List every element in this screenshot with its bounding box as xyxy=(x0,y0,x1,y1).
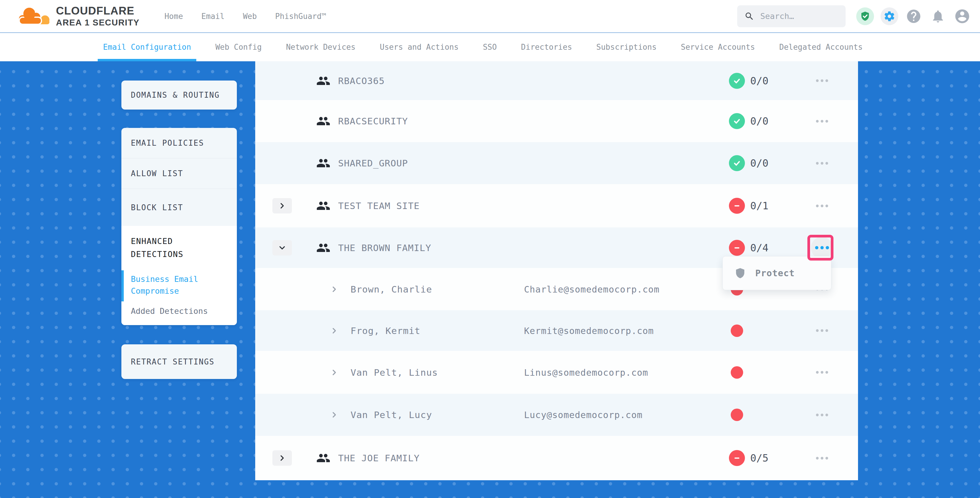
user-email: Kermit@somedemocorp.com xyxy=(524,325,654,336)
tab-delegated-accounts[interactable]: Delegated Accounts xyxy=(774,33,868,61)
group-row[interactable]: RBACSECURITY0/0 xyxy=(255,100,858,142)
status-badge xyxy=(729,155,745,171)
user-row[interactable]: Van Pelt, LucyLucy@somedemocorp.com xyxy=(255,394,858,436)
tab-service-accounts[interactable]: Service Accounts xyxy=(676,33,760,61)
group-icon xyxy=(316,199,331,213)
group-name: TEST TEAM SITE xyxy=(338,200,420,211)
group-name: RBACSECURITY xyxy=(338,116,408,126)
sidebar-item-block-list[interactable]: BLOCK LIST xyxy=(121,189,237,226)
cloudflare-logo-icon xyxy=(16,5,52,28)
row-menu-button[interactable] xyxy=(812,324,832,337)
chevron-right-icon xyxy=(278,453,286,463)
tab-sso[interactable]: SSO xyxy=(477,33,502,61)
group-row[interactable]: THE JOE FAMILY0/5 xyxy=(255,436,858,480)
tab-users-and-actions[interactable]: Users and Actions xyxy=(374,33,464,61)
user-status-dot xyxy=(731,409,743,421)
brand: CLOUDFLARE AREA 1 SECURITY xyxy=(16,5,140,28)
group-row[interactable]: SHARED_GROUP0/0 xyxy=(255,142,858,184)
top-nav: HomeEmailWebPhishGuard™ xyxy=(164,12,326,21)
tab-subscriptions[interactable]: Subscriptions xyxy=(591,33,662,61)
user-chevron-icon xyxy=(330,410,339,419)
nav-link-email[interactable]: Email xyxy=(201,12,224,21)
user-email: Lucy@somedemocorp.com xyxy=(524,410,643,420)
member-count: 0/1 xyxy=(750,200,768,212)
help-icon-button[interactable] xyxy=(905,7,923,25)
user-chevron-icon xyxy=(330,285,339,294)
row-menu-button[interactable] xyxy=(812,199,832,212)
user-row[interactable]: Frog, KermitKermit@somedemocorp.com xyxy=(255,310,858,351)
search-input[interactable] xyxy=(760,11,831,21)
sidebar-section-enhanced-detections: ENHANCED DETECTIONS Business Email Compr… xyxy=(121,226,237,325)
tab-directories[interactable]: Directories xyxy=(516,33,578,61)
brand-subtitle: AREA 1 SECURITY xyxy=(56,18,140,27)
group-name: RBACO365 xyxy=(338,75,385,86)
sub-nav: Email ConfigurationWeb ConfigNetwork Dev… xyxy=(0,33,980,61)
row-menu-button[interactable] xyxy=(812,366,832,379)
chevron-right-icon xyxy=(330,368,339,377)
row-menu-button[interactable] xyxy=(812,408,832,421)
account-icon-button[interactable] xyxy=(953,7,971,25)
help-icon xyxy=(906,8,922,24)
sidebar-item-retract-settings[interactable]: RETRACT SETTINGS xyxy=(121,357,214,366)
dot xyxy=(816,205,819,207)
user-status-dot xyxy=(731,366,743,379)
dot xyxy=(826,414,828,416)
expand-button[interactable] xyxy=(272,450,292,466)
row-menu-button[interactable] xyxy=(812,115,832,127)
user-name: Van Pelt, Linus xyxy=(350,367,438,378)
sidebar-item-enhanced-detections[interactable]: ENHANCED DETECTIONS xyxy=(131,235,220,261)
search-icon xyxy=(745,11,754,21)
search-box xyxy=(737,5,846,27)
group-people-icon xyxy=(316,451,331,465)
settings-gear-icon-button[interactable] xyxy=(881,7,898,25)
tab-email-configuration[interactable]: Email Configuration xyxy=(98,33,196,61)
dot xyxy=(816,162,819,165)
member-count: 0/4 xyxy=(750,242,768,254)
group-name: SHARED_GROUP xyxy=(338,158,408,169)
dot xyxy=(821,457,823,460)
user-email: Charlie@somedemocorp.com xyxy=(524,284,659,294)
user-chevron-icon xyxy=(330,326,339,335)
group-row[interactable]: TEST TEAM SITE0/1 xyxy=(255,184,858,228)
status-badge xyxy=(729,198,745,214)
dot xyxy=(821,162,823,165)
minus-icon xyxy=(732,201,742,211)
group-row[interactable]: RBACO3650/0 xyxy=(255,61,858,100)
tab-web-config[interactable]: Web Config xyxy=(210,33,267,61)
nav-link-web[interactable]: Web xyxy=(243,12,257,21)
row-menu-button[interactable] xyxy=(812,452,832,465)
notifications-bell-icon-button[interactable] xyxy=(929,7,947,25)
group-people-icon xyxy=(316,74,331,88)
dot xyxy=(816,414,819,416)
sidebar-item-domains-routing[interactable]: DOMAINS & ROUTING xyxy=(121,91,220,99)
dot xyxy=(816,371,819,374)
dot xyxy=(821,371,823,374)
sidebar-item-added-detections[interactable]: Added Detections xyxy=(131,305,228,317)
expand-button[interactable] xyxy=(272,240,292,256)
dot xyxy=(826,162,828,165)
shield-check-icon-button[interactable] xyxy=(856,7,874,25)
sidebar-item-business-email-compromise[interactable]: Business Email Compromise xyxy=(131,273,228,297)
menu-item-protect[interactable]: Protect xyxy=(755,268,795,278)
sidebar-card-domains-routing: DOMAINS & ROUTING xyxy=(121,81,237,110)
group-name: THE JOE FAMILY xyxy=(338,453,420,463)
sidebar-item-email-policies[interactable]: EMAIL POLICIES xyxy=(121,128,237,158)
row-menu-button[interactable] xyxy=(812,157,832,170)
nav-link-home[interactable]: Home xyxy=(164,12,183,21)
top-icons xyxy=(856,7,971,25)
chevron-right-icon xyxy=(330,326,339,335)
dot xyxy=(826,205,828,207)
members-table: RBACO3650/0RBACSECURITY0/0SHARED_GROUP0/… xyxy=(255,61,858,480)
group-icon xyxy=(316,156,331,170)
group-people-icon xyxy=(316,114,331,128)
brand-text: CLOUDFLARE AREA 1 SECURITY xyxy=(56,5,140,27)
tab-network-devices[interactable]: Network Devices xyxy=(281,33,361,61)
user-row[interactable]: Van Pelt, LinusLinus@somedemocorp.com xyxy=(255,351,858,394)
nav-link-phishguard[interactable]: PhishGuard™ xyxy=(275,12,326,21)
dot xyxy=(826,120,828,123)
dot xyxy=(821,205,823,207)
sidebar-item-allow-list[interactable]: ALLOW LIST xyxy=(121,158,237,189)
row-menu-button[interactable] xyxy=(812,74,832,88)
expand-button[interactable] xyxy=(272,198,292,213)
chevron-right-icon xyxy=(330,410,339,419)
